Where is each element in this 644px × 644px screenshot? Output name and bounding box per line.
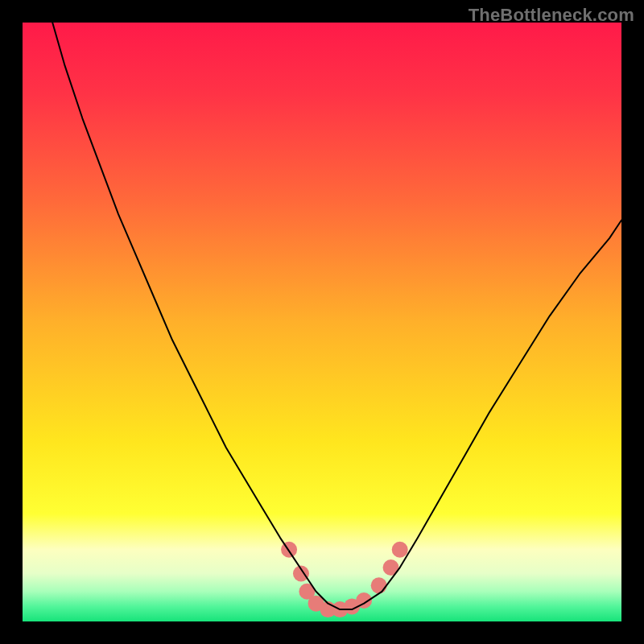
plot-area bbox=[23, 23, 621, 621]
watermark-text: TheBottleneck.com bbox=[469, 5, 634, 26]
chart-svg bbox=[23, 23, 621, 621]
chart-frame: TheBottleneck.com bbox=[0, 0, 644, 644]
marker-dot bbox=[371, 577, 387, 593]
gradient-background bbox=[23, 23, 621, 621]
marker-dot bbox=[392, 542, 408, 558]
